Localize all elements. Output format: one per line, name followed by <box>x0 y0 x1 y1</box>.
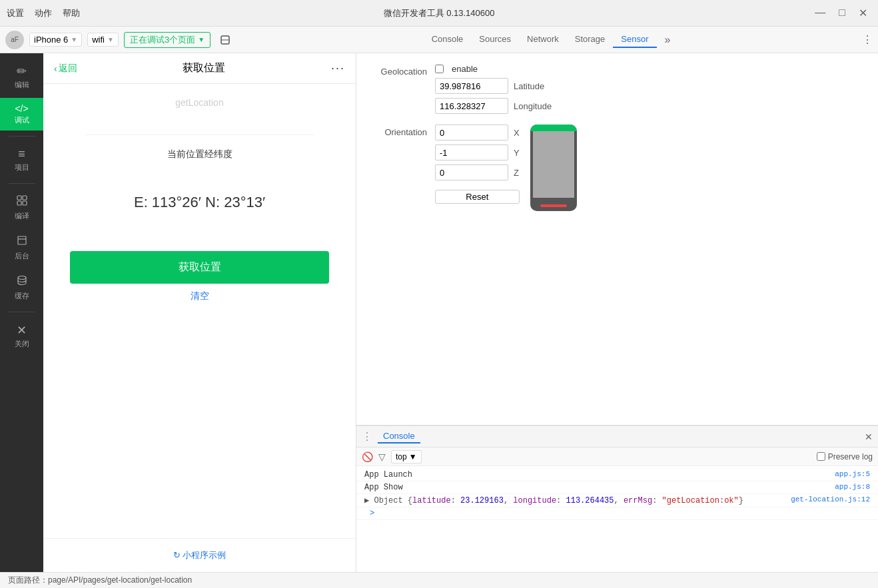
sidebar: ✏ 编辑 </> 调试 ≡ 项目 编译 <box>0 53 43 572</box>
geolocation-enable-row: enable <box>435 64 552 74</box>
preserve-log-checkbox[interactable] <box>817 452 825 461</box>
longitude-input[interactable] <box>435 98 508 114</box>
orientation-row: Orientation X Y Z <box>367 125 867 211</box>
x-row: X <box>435 125 520 141</box>
z-label: Z <box>514 168 519 178</box>
sidebar-cache-label: 缓存 <box>15 291 29 301</box>
svg-rect-5 <box>23 201 27 205</box>
getlocation-label: getLocation <box>175 97 223 108</box>
close-button[interactable]: ✕ <box>855 5 871 21</box>
console-cursor-icon: > <box>370 509 374 518</box>
x-input[interactable] <box>435 125 508 141</box>
phone-illus-top <box>530 125 577 131</box>
sidebar-compile-label: 编译 <box>15 211 29 221</box>
console-close-button[interactable]: ✕ <box>865 432 873 442</box>
console-filter-icon[interactable]: ▽ <box>378 451 386 462</box>
toolbar-menu-icon[interactable]: ⋮ <box>862 33 873 46</box>
debug-label: 正在调试3个页面 <box>130 34 195 46</box>
avatar[interactable]: aF <box>5 31 24 49</box>
console-preserve-row: Preserve log <box>817 452 873 461</box>
phone-illus <box>530 125 577 211</box>
latitude-input[interactable] <box>435 78 508 94</box>
debug-icon: </> <box>15 103 28 114</box>
geolocation-enable-label: enable <box>452 64 478 74</box>
devtools-tabs: Console Sources Network Storage Sensor <box>424 31 657 48</box>
y-input[interactable] <box>435 145 508 160</box>
statusbar: 页面路径：page/API/pages/get-location/get-loc… <box>0 572 878 588</box>
phone-more-icon[interactable]: ··· <box>331 61 345 75</box>
z-input[interactable] <box>435 164 508 180</box>
phone-ui: ‹ 返回 获取位置 ··· getLocation 当前位置经纬度 E: 113… <box>43 53 356 572</box>
geolocation-enable-checkbox[interactable] <box>435 65 444 73</box>
tab-sensor[interactable]: Sensor <box>613 31 656 48</box>
tab-network[interactable]: Network <box>519 31 567 48</box>
tab-sources[interactable]: Sources <box>471 31 519 48</box>
sidebar-item-debug[interactable]: </> 调试 <box>0 98 43 131</box>
console-link-2[interactable]: app.js:8 <box>835 483 870 491</box>
sidebar-divider-2 <box>9 183 35 184</box>
expand-object-icon[interactable]: ▶ <box>364 496 374 505</box>
statusbar-path: 页面路径：page/API/pages/get-location/get-loc… <box>8 575 192 586</box>
sidebar-backend-label: 后台 <box>15 251 29 261</box>
edit-icon: ✏ <box>17 64 27 79</box>
phone-illus-screen <box>533 131 574 198</box>
sidebar-item-close[interactable]: ✕ 关闭 <box>0 318 43 354</box>
tab-storage[interactable]: Storage <box>567 31 614 48</box>
phone-content: getLocation 当前位置经纬度 E: 113°26′ N: 23°13′… <box>43 84 356 538</box>
console-section: ⋮ Console ✕ 🚫 ▽ top ▼ Preserve log App L… <box>356 426 878 572</box>
example-link[interactable]: 小程序示例 <box>43 538 356 572</box>
close-icon: ✕ <box>17 323 27 338</box>
restore-button[interactable]: □ <box>835 5 849 21</box>
tab-console[interactable]: Console <box>424 31 472 48</box>
menu-actions[interactable]: 动作 <box>35 7 52 19</box>
cursor-icon-button[interactable] <box>216 31 234 49</box>
phone-title: 获取位置 <box>77 61 331 75</box>
titlebar-title: 微信开发者工具 0.13.140600 <box>384 7 495 19</box>
clear-button[interactable]: 清空 <box>191 290 209 302</box>
svg-rect-2 <box>17 196 21 200</box>
svg-rect-3 <box>23 196 27 200</box>
device-selector[interactable]: iPhone 6 ▼ <box>29 33 82 47</box>
sensor-panel: Geolocation enable Latitude Longitude <box>356 53 878 426</box>
latitude-row: Latitude <box>435 78 552 94</box>
minimize-button[interactable]: — <box>811 5 829 21</box>
menu-help[interactable]: 帮助 <box>63 7 80 19</box>
titlebar: 设置 动作 帮助 微信开发者工具 0.13.140600 — □ ✕ <box>0 0 878 27</box>
current-label: 当前位置经纬度 <box>167 148 232 160</box>
sidebar-divider-1 <box>9 136 35 137</box>
titlebar-controls: — □ ✕ <box>811 5 871 21</box>
phone-separator-1 <box>85 135 314 135</box>
orientation-fields: X Y Z Reset <box>435 125 520 204</box>
console-no-icon[interactable]: 🚫 <box>362 451 373 462</box>
network-selector[interactable]: wifi ▼ <box>87 33 119 47</box>
console-link-1[interactable]: app.js:5 <box>835 470 870 478</box>
geolocation-fields: enable Latitude Longitude <box>435 64 552 114</box>
sidebar-item-edit[interactable]: ✏ 编辑 <box>0 59 43 95</box>
avatar-text: aF <box>11 36 19 43</box>
project-icon: ≡ <box>18 147 25 161</box>
y-label: Y <box>514 148 520 158</box>
preserve-log-label: Preserve log <box>828 452 873 461</box>
menu-settings[interactable]: 设置 <box>7 7 24 19</box>
reset-button[interactable]: Reset <box>435 190 520 204</box>
debug-button[interactable]: 正在调试3个页面 ▼ <box>124 32 211 48</box>
console-link-3[interactable]: get-location.js:12 <box>791 495 870 503</box>
tab-console-panel[interactable]: Console <box>378 430 420 443</box>
sidebar-item-compile[interactable]: 编译 <box>0 189 43 226</box>
toolbar: aF iPhone 6 ▼ wifi ▼ 正在调试3个页面 ▼ Console … <box>0 27 878 53</box>
console-line-cursor[interactable]: > <box>356 507 878 520</box>
get-location-button[interactable]: 获取位置 <box>70 251 329 284</box>
console-drag-handle[interactable]: ⋮ <box>362 430 372 443</box>
console-context-select[interactable]: top ▼ <box>391 450 422 463</box>
orientation-grid: X Y Z Reset <box>435 125 577 211</box>
more-tabs-icon[interactable]: » <box>662 31 673 49</box>
console-context-arrow-icon: ▼ <box>409 452 417 461</box>
sidebar-debug-label: 调试 <box>15 115 29 125</box>
back-button[interactable]: ‹ 返回 <box>54 63 77 75</box>
z-row: Z <box>435 164 520 180</box>
sidebar-item-cache[interactable]: 缓存 <box>0 269 43 306</box>
console-line-1: App Launch app.js:5 <box>356 469 878 481</box>
sidebar-close-label: 关闭 <box>15 339 29 349</box>
sidebar-item-project[interactable]: ≡ 项目 <box>0 142 43 178</box>
sidebar-item-backend[interactable]: 后台 <box>0 229 43 266</box>
